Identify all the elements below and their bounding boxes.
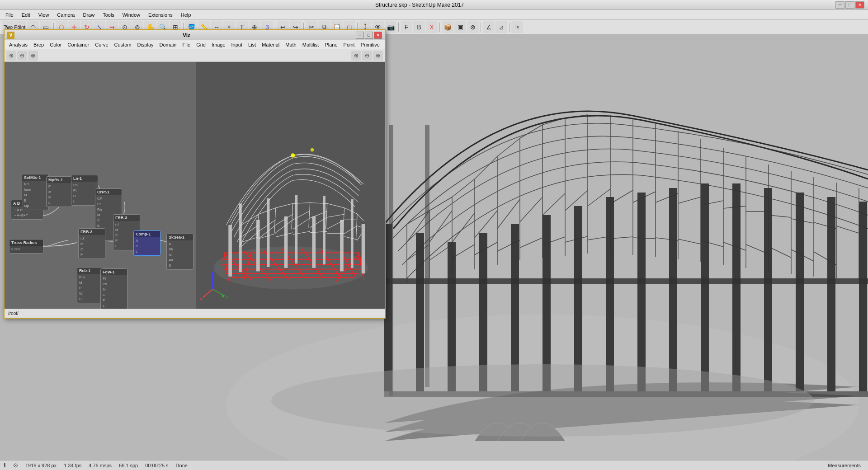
node-rcb1[interactable]: Rcb-1 Rm M P W R <box>77 267 104 303</box>
node-sksea[interactable]: SkSea-1 A Sh Id Ad S <box>166 234 193 270</box>
status-bar: ℹ ⊙ 1916 x 928 px 1.34 fps 4.76 msps 66.… <box>0 460 868 470</box>
viz-status-bar: /root/ <box>5 309 385 318</box>
menu-help[interactable]: Help <box>177 11 195 19</box>
viz-maximize-button[interactable]: □ <box>365 32 373 39</box>
viz-menu-plane[interactable]: Plane <box>322 41 340 48</box>
svg-point-162 <box>311 148 314 152</box>
viz-tb-preview-zoom-out[interactable]: ⊖ <box>362 51 372 61</box>
svg-rect-88 <box>389 125 393 396</box>
node-setmts[interactable]: SetMts-1 Rd form M E Mp <box>22 174 49 210</box>
svg-rect-119 <box>295 195 297 263</box>
title-bar: Structure.skp - SketchUp Make 2017 ─ □ ✕ <box>0 0 868 10</box>
viz-tb-zoom-fit[interactable]: ⊗ <box>28 51 38 61</box>
viz-menu-primitive[interactable]: Primitive <box>358 41 382 48</box>
time-display: 00:00:25 s <box>145 463 168 468</box>
toolbar-sep7 <box>439 23 440 32</box>
toolbar-sep9 <box>509 23 509 32</box>
viz-menu-math[interactable]: Math <box>283 41 299 48</box>
svg-rect-3 <box>416 233 424 391</box>
viz-menu-image[interactable]: Image <box>209 41 228 48</box>
viz-tb-preview-zoom-fit[interactable]: ⊗ <box>373 51 383 61</box>
node-comp1[interactable]: Comp-1 A C L <box>133 230 160 256</box>
viz-menu-list[interactable]: List <box>245 41 259 48</box>
node-fcw1[interactable]: FcW-1 Pi Po M C P L <box>100 268 127 309</box>
toolbar-intersect[interactable]: ⊗ <box>467 21 479 33</box>
viz-menu-multilist[interactable]: Multilist <box>300 41 322 48</box>
svg-rect-89 <box>425 125 429 387</box>
viz-window-title: Viz <box>17 32 356 38</box>
measurements-label: Measurements <box>828 463 861 468</box>
viz-menu-point[interactable]: Point <box>341 41 358 48</box>
svg-text:X: X <box>200 296 203 301</box>
toolbar-component[interactable]: 📦 <box>442 21 453 33</box>
svg-rect-17 <box>859 202 867 391</box>
viz-menu-material[interactable]: Material <box>259 41 282 48</box>
svg-rect-86 <box>384 278 868 284</box>
viz-menu-custom[interactable]: Custom <box>112 41 134 48</box>
viz-menu-analysis[interactable]: Analysis <box>6 41 30 48</box>
svg-rect-9 <box>606 197 614 391</box>
viz-toolbar: ⊕ ⊖ ⊗ ⊕ ⊖ ⊗ <box>5 49 385 62</box>
node-truss-radius[interactable]: Truss Radius 0.006 <box>9 239 43 254</box>
viz-menu-file[interactable]: File <box>179 41 193 48</box>
svg-rect-13 <box>732 183 741 391</box>
menu-view[interactable]: View <box>35 11 53 19</box>
viz-menu-container[interactable]: Container <box>65 41 92 48</box>
menu-edit[interactable]: Edit <box>18 11 34 19</box>
viz-app-icon: V <box>7 32 14 39</box>
svg-rect-8 <box>574 206 582 391</box>
menu-draw[interactable]: Draw <box>79 11 98 19</box>
toolbar-slope[interactable]: ⊿ <box>495 21 507 33</box>
svg-rect-15 <box>796 193 804 391</box>
viz-close-button[interactable]: ✕ <box>374 32 382 39</box>
viz-window: V Viz ─ □ ✕ Analysis Brep Color Containe… <box>4 29 386 319</box>
menu-tools[interactable]: Tools <box>99 11 118 19</box>
toolbar-back[interactable]: B <box>413 21 425 33</box>
maximize-button[interactable]: □ <box>845 1 854 9</box>
node-mpfts[interactable]: Mpfts-1 P M B L <box>46 176 73 207</box>
menu-extensions[interactable]: Extensions <box>145 11 176 19</box>
spp-display: 66.1 spp <box>119 463 138 468</box>
viz-menu-color[interactable]: Color <box>47 41 64 48</box>
viz-tb-zoom-out[interactable]: ⊖ <box>17 51 27 61</box>
svg-rect-11 <box>669 188 677 391</box>
viz-menu-curve[interactable]: Curve <box>92 41 111 48</box>
svg-rect-120 <box>323 196 326 264</box>
toolbar-group[interactable]: ▣ <box>454 21 466 33</box>
node-graph-panel[interactable]: A B →A B →A+B+T SetMts-1 Rd form M E Mp <box>5 62 197 309</box>
svg-rect-121 <box>351 199 354 268</box>
toolbar-sep6 <box>398 23 399 32</box>
toolbar-position[interactable]: 📷 <box>385 21 396 33</box>
viz-menu-display[interactable]: Display <box>134 41 156 48</box>
fps-display: 1.34 fps <box>64 463 81 468</box>
svg-rect-115 <box>340 220 344 271</box>
viz-tb-preview-zoom-in[interactable]: ⊕ <box>351 51 361 61</box>
node-ln1[interactable]: Ln-1 Po Pi B L <box>71 175 98 206</box>
dimensions-display: 1916 x 928 px <box>25 463 57 468</box>
viz-menu-grid[interactable]: Grid <box>193 41 208 48</box>
toolbar-xray[interactable]: X <box>426 21 438 33</box>
close-button[interactable]: ✕ <box>855 1 864 9</box>
svg-rect-116 <box>362 224 365 273</box>
viz-menu-brep[interactable]: Brep <box>31 41 47 48</box>
viz-menu-sequence[interactable]: Sequence <box>383 41 385 48</box>
msps-display: 4.76 msps <box>89 463 112 468</box>
toolbar-angletool[interactable]: ∠ <box>483 21 495 33</box>
viz-minimize-button[interactable]: ─ <box>356 32 364 39</box>
menu-window[interactable]: Window <box>119 11 144 19</box>
measurements-panel: Measurements <box>828 463 864 468</box>
node-frb3-bot[interactable]: FRB-3 rd M C P <box>78 228 105 259</box>
viz-menu-input[interactable]: Input <box>229 41 245 48</box>
viz-tb-zoom-in[interactable]: ⊕ <box>6 51 16 61</box>
toolbar-front[interactable]: F <box>401 21 412 33</box>
toolbar-fx[interactable]: fx <box>511 21 523 33</box>
viz-preview-panel[interactable]: Z X Y <box>197 62 385 309</box>
svg-rect-114 <box>312 216 316 268</box>
minimize-button[interactable]: ─ <box>835 1 844 9</box>
info-icon: ℹ <box>4 462 6 469</box>
menu-camera[interactable]: Camera <box>53 11 78 19</box>
svg-text:Y: Y <box>226 295 229 300</box>
status-text: Done <box>176 463 188 468</box>
menu-file[interactable]: File <box>2 11 17 19</box>
viz-menu-domain[interactable]: Domain <box>157 41 179 48</box>
